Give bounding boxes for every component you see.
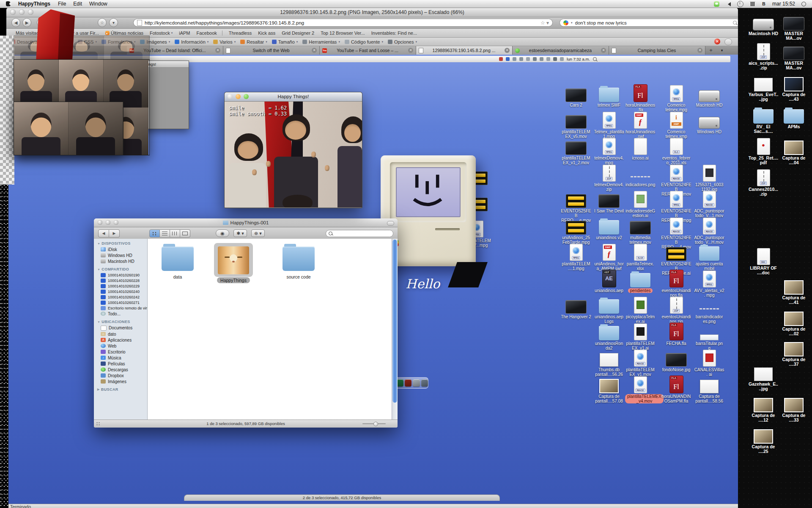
tab-close-icon[interactable]: ✕ (505, 48, 510, 53)
desktop-icon[interactable]: DOCLIBRARY OF ....doc (748, 246, 779, 275)
desktop-icon[interactable]: ZIPCannes2010....zip (748, 168, 779, 196)
sidebar-item-m-sica[interactable]: ♪Música (94, 355, 147, 361)
icon-size-slider[interactable] (362, 423, 386, 424)
desktop-icon[interactable]: XLSeventos_febrero_2011.xls (661, 136, 691, 165)
devbar-item[interactable]: Código fuente▾ (345, 39, 383, 44)
sidebar-item-aplicaciones[interactable]: AAplicaciones (94, 337, 147, 343)
desktop-icon[interactable]: The Hangover 2 (561, 295, 591, 319)
browser-tab[interactable]: 1298896376:190.145.8.2.png ...✕ (416, 46, 513, 55)
desktop-icon[interactable]: Captura de pantall....58.56 (694, 375, 724, 403)
sidebar-item-web[interactable]: Web (94, 343, 147, 349)
desktop-icon[interactable]: SWFƒuniAndinos_hor a_AMPM.swf (594, 242, 624, 271)
google-icon[interactable] (563, 20, 568, 25)
desktop-icon[interactable]: fondoNoise.jpg (661, 348, 691, 372)
desktop-icon[interactable]: barraIndicador es.png (694, 295, 724, 324)
desktop-icon[interactable]: Windows HD (694, 110, 724, 134)
finder-title-bar[interactable]: HappyThings-001 (94, 218, 398, 227)
finder-file-source-code[interactable]: source code (275, 246, 322, 279)
coverflow-view-button[interactable] (180, 229, 190, 237)
desktop-icon[interactable]: Captura de pantall....57.08 (594, 375, 624, 403)
column-view-button[interactable] (170, 229, 180, 237)
desktop-icon[interactable]: XLSXparrillaTelmex. xlsx (625, 242, 656, 271)
app-menu-title[interactable]: HappyThings (18, 1, 50, 7)
dock-icon[interactable] (405, 379, 411, 387)
desktop-icon[interactable]: APMs (779, 105, 809, 129)
sidebar-section-header[interactable]: ▶BUSCAR (94, 387, 147, 392)
menu-clock[interactable]: mar 15:52 (772, 1, 795, 7)
sidebar-item-100014010260228[interactable]: 100014010260228 (94, 278, 147, 283)
input-menu-icon[interactable] (750, 1, 755, 7)
desktop-icon[interactable]: MPEGComerico telmex.mpg (661, 83, 691, 112)
back-button[interactable]: ◀ (11, 18, 20, 27)
desktop-icon[interactable]: barraTitular.pn g (694, 322, 724, 351)
desktop-icon[interactable]: Thumbs.db pantall....56.26 (594, 348, 624, 377)
menu-window[interactable]: Window (89, 1, 107, 7)
tab-close-icon[interactable]: ✕ (601, 48, 606, 53)
desktop-icon[interactable]: FLAFlhoraUNIANDIN OSamPM.fla (661, 375, 691, 403)
new-tab-button[interactable]: + (705, 46, 716, 55)
desktop-icon[interactable]: FLAFlFECHA.fla (661, 322, 691, 346)
browser-tab[interactable]: YouYouTube – Fast and Loose – ...✕ (320, 46, 416, 55)
sidebar-item-dato[interactable]: ⌂dato (94, 331, 147, 337)
icon-view-button[interactable] (149, 229, 160, 237)
finder-scrollbar[interactable] (392, 239, 398, 420)
desktop-icon[interactable]: MOVIEADC_puntospor todo_V...H.mov (694, 216, 724, 245)
sidebar-section-header[interactable]: ▼DISPOSITIVOS (94, 241, 147, 246)
devbar-close-button[interactable]: ✕ (714, 39, 720, 44)
zoom-window-button[interactable] (28, 9, 33, 15)
sidebar-item-100014010260271[interactable]: 100014010260271 (94, 300, 147, 305)
menu-file[interactable]: File (58, 1, 66, 7)
desktop-icon[interactable]: indicadoresdeG estion.ai (625, 189, 656, 218)
spotlight-icon[interactable] (801, 2, 806, 6)
desktop-icon[interactable]: ZIPaics_scripts....zip (748, 41, 779, 70)
sidebar-item-dropbox[interactable]: Dropbox (94, 373, 147, 378)
happy-zoom-button[interactable] (244, 94, 249, 99)
sidebar-item-descargas[interactable]: ↓Descargas (94, 367, 147, 373)
dock-icon[interactable] (413, 379, 420, 387)
desktop-icon[interactable]: CANALESVillas. ai (694, 348, 724, 377)
desktop-icon[interactable]: plantillaTELEMEX_v1_2.mov (561, 136, 591, 165)
bluetooth-icon[interactable]: B (762, 1, 766, 7)
desktop-icon[interactable]: MPEGTelmex_plantilla1.mpg (594, 110, 624, 139)
devbar-collapse-button[interactable] (724, 39, 732, 45)
happy-minimize-button[interactable] (236, 94, 241, 99)
bookmark-item[interactable]: Grid Designer 2 (282, 30, 314, 36)
action-menu-button[interactable]: ✱ ▾ (233, 229, 247, 237)
sidebar-item-escritorio[interactable]: Escritorio (94, 349, 147, 355)
bookmark-item[interactable]: Fotostock▾ (150, 30, 173, 36)
desktop-icon[interactable]: ZIPeventosUniandi nos.zip (661, 295, 691, 324)
desktop-icon[interactable]: Captura de ....37 (779, 338, 809, 367)
browser-tab[interactable]: estoesdemasiadoparamicabeza✕ (513, 46, 609, 55)
search-text[interactable]: don't stop me now lyrics (575, 20, 730, 25)
url-bar[interactable]: http://kylemcdonald.net/happythings/imag… (133, 19, 553, 27)
desktop-icon[interactable]: MOVIEplantillaTELEMEX _v4.mov (625, 375, 656, 403)
item-arrange-button[interactable]: ⊕ ▾ (251, 229, 265, 237)
desktop-icon[interactable]: SWFƒhoraUninadinos.swf (625, 110, 656, 139)
time-machine-icon[interactable] (737, 1, 743, 7)
desktop-icon[interactable]: MPEGAVV_alertas_v2. mpg (694, 269, 724, 298)
sidebar-item-macintosh-hd[interactable]: Macintosh HD (94, 258, 147, 264)
close-window-button[interactable] (10, 9, 16, 15)
desktop-icon[interactable]: I Saw The Devil (594, 189, 624, 213)
desktop-icon[interactable]: Macintosh HD (694, 83, 724, 108)
finder-file-data[interactable]: data (154, 246, 201, 279)
desktop-icon[interactable]: FLAFleventosUniandi nos.fla (661, 269, 691, 298)
bookmark-item[interactable]: Threadless (229, 30, 252, 36)
devbar-item[interactable]: Herramientas▾ (302, 39, 340, 44)
sidebar-item-100014010260229[interactable]: 100014010260229 (94, 283, 147, 289)
desktop-icon[interactable]: plantillaTELEM EX_v1.ai (625, 322, 656, 351)
desktop-icon[interactable]: uniAndinos_25 FebTarde.mpg (561, 216, 591, 245)
desktop-icon[interactable]: pendientes (625, 269, 656, 293)
finder-file-HappyThings[interactable]: HappyThings (210, 246, 257, 283)
star-icon[interactable]: ☆ ▾ (540, 20, 549, 26)
quick-look-button[interactable]: ◉ (216, 229, 229, 237)
sidebar-item-im-genes[interactable]: Imágenes (94, 378, 147, 384)
bookmark-item[interactable]: iAPM (179, 30, 190, 36)
tab-close-icon[interactable]: ✕ (215, 48, 220, 53)
desktop-icon[interactable]: iXMPComerico telmex.xmp (661, 110, 691, 139)
finder-minimize-button[interactable] (106, 220, 110, 225)
devbar-item[interactable]: Opciones▾ (388, 39, 417, 44)
tab-close-icon[interactable]: ✕ (312, 48, 317, 53)
tab-close-icon[interactable]: ✕ (697, 48, 702, 53)
url-text[interactable]: http://kylemcdonald.net/happythings/imag… (145, 20, 538, 25)
